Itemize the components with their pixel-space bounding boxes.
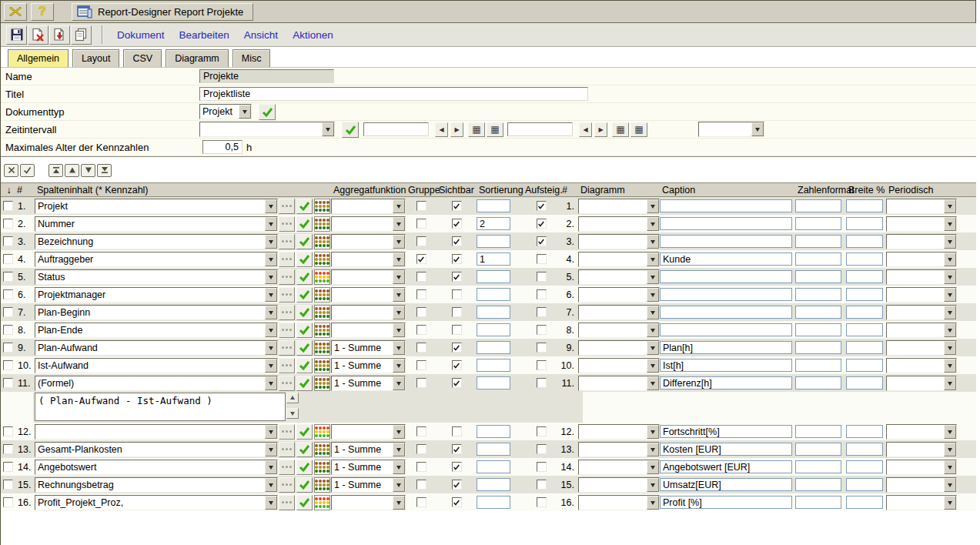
date-to-calendar-button[interactable]: ▦ <box>612 122 629 137</box>
sort-order-input[interactable] <box>477 252 510 266</box>
sort-order-input[interactable] <box>477 288 510 301</box>
date-to-input[interactable] <box>507 122 573 136</box>
periodic-select[interactable] <box>886 340 957 356</box>
caption-input[interactable] <box>660 288 792 301</box>
group-checkbox[interactable] <box>416 426 426 436</box>
move-row-down-button[interactable] <box>81 164 95 177</box>
row-options-button[interactable] <box>279 216 295 232</box>
dropdown-button[interactable] <box>393 460 405 474</box>
ascending-checkbox[interactable] <box>537 480 547 490</box>
dropdown-button[interactable] <box>944 235 956 249</box>
caption-input[interactable] <box>660 425 792 438</box>
dropdown-button[interactable] <box>393 478 405 492</box>
caption-input[interactable] <box>660 460 792 473</box>
column-content-select[interactable]: Status <box>35 269 278 285</box>
sort-order-input[interactable] <box>477 425 510 438</box>
menu-ansicht[interactable]: Ansicht <box>244 29 278 41</box>
group-checkbox[interactable] <box>416 201 426 211</box>
dropdown-button[interactable] <box>265 252 277 266</box>
dropdown-button[interactable] <box>393 235 405 249</box>
dropdown-button[interactable] <box>647 217 659 231</box>
number-format-input[interactable] <box>795 496 841 509</box>
move-row-first-button[interactable] <box>48 164 63 177</box>
visible-checkbox[interactable] <box>452 236 462 246</box>
periodic-select[interactable] <box>886 269 957 285</box>
width-percent-input[interactable] <box>846 359 883 372</box>
number-format-input[interactable] <box>795 323 841 336</box>
diagram-select[interactable] <box>578 460 660 475</box>
width-percent-input[interactable] <box>846 443 883 456</box>
periodic-select[interactable] <box>886 358 957 373</box>
row-select-checkbox[interactable] <box>3 426 13 436</box>
diagram-select[interactable] <box>578 323 660 338</box>
dropdown-button[interactable] <box>265 270 277 284</box>
width-percent-input[interactable] <box>846 478 883 491</box>
ascending-checkbox[interactable] <box>537 378 547 388</box>
number-format-input[interactable] <box>795 217 841 230</box>
ascending-checkbox[interactable] <box>537 272 547 282</box>
row-options-button[interactable] <box>279 323 295 338</box>
dropdown-button[interactable] <box>944 376 956 390</box>
width-percent-input[interactable] <box>846 217 883 230</box>
copy-button[interactable] <box>71 25 92 45</box>
sort-order-input[interactable] <box>477 306 510 319</box>
dropdown-button[interactable] <box>751 122 764 136</box>
row-select-checkbox[interactable] <box>3 236 13 246</box>
aggregate-function-select[interactable] <box>331 199 406 214</box>
date-to-next-button[interactable]: ▶ <box>594 122 607 137</box>
group-checkbox[interactable] <box>416 360 426 370</box>
width-percent-input[interactable] <box>846 425 883 438</box>
ascending-checkbox[interactable] <box>537 426 547 436</box>
sort-order-input[interactable] <box>477 359 510 372</box>
ascending-checkbox[interactable] <box>537 462 547 472</box>
ascending-checkbox[interactable] <box>537 444 547 454</box>
dropdown-button[interactable] <box>944 496 956 510</box>
max-alter-input[interactable] <box>202 140 242 154</box>
dropdown-button[interactable] <box>647 235 659 249</box>
periodic-select[interactable] <box>886 216 957 232</box>
column-content-select[interactable]: Plan-Ende <box>35 323 278 338</box>
dropdown-button[interactable] <box>393 341 405 355</box>
caption-input[interactable] <box>660 496 792 509</box>
tab-layout[interactable]: Layout <box>72 49 120 67</box>
tab-misc[interactable]: Misc <box>232 49 271 67</box>
number-format-input[interactable] <box>795 235 841 248</box>
dropdown-button[interactable] <box>944 341 956 355</box>
dropdown-button[interactable] <box>944 323 956 337</box>
aggregate-function-select[interactable] <box>331 269 406 285</box>
group-checkbox[interactable] <box>416 378 426 388</box>
caption-input[interactable] <box>660 478 792 491</box>
ascending-checkbox[interactable] <box>537 360 547 370</box>
row-options-button[interactable] <box>279 305 295 320</box>
aggregate-function-select[interactable]: 1 - Summe <box>331 376 406 391</box>
column-content-select[interactable]: Projekt <box>35 199 278 214</box>
number-format-input[interactable] <box>795 341 841 354</box>
dropdown-button[interactable] <box>265 425 277 439</box>
number-format-input[interactable] <box>795 359 841 372</box>
width-percent-input[interactable] <box>846 460 883 473</box>
ascending-checkbox[interactable] <box>537 497 547 507</box>
diagram-select[interactable] <box>578 424 660 440</box>
dropdown-button[interactable] <box>393 425 405 439</box>
dropdown-button[interactable] <box>393 252 405 266</box>
aggregate-function-select[interactable]: 1 - Summe <box>331 340 406 356</box>
periodic-select[interactable] <box>886 305 957 320</box>
row-options-button[interactable] <box>279 460 295 475</box>
dropdown-button[interactable] <box>944 199 956 213</box>
caption-input[interactable] <box>660 443 792 456</box>
visible-checkbox[interactable] <box>452 272 462 282</box>
row-apply-button[interactable] <box>296 460 313 475</box>
row-apply-button[interactable] <box>296 358 313 373</box>
group-checkbox[interactable] <box>416 325 426 335</box>
periodic-select[interactable] <box>886 477 957 493</box>
name-input[interactable] <box>199 69 334 83</box>
periodic-select[interactable] <box>886 376 957 391</box>
dropdown-button[interactable] <box>265 323 277 337</box>
row-apply-button[interactable] <box>296 442 313 457</box>
column-content-select[interactable]: Angebotswert <box>35 460 278 475</box>
column-content-select[interactable]: Plan-Aufwand <box>35 340 278 356</box>
move-row-last-button[interactable] <box>97 164 112 177</box>
ascending-checkbox[interactable] <box>537 289 547 299</box>
dropdown-button[interactable] <box>393 288 405 302</box>
column-content-select[interactable]: Projektmanager <box>35 287 278 303</box>
